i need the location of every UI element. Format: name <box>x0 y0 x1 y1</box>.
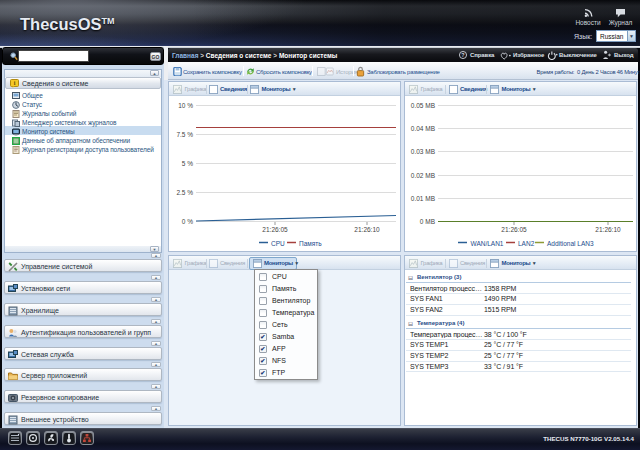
svg-text:10 %: 10 % <box>178 102 193 109</box>
svg-text:0.05 MB: 0.05 MB <box>411 102 435 109</box>
svg-text:0 MB: 0 MB <box>420 218 435 225</box>
svg-text:0.04 MB: 0.04 MB <box>411 125 435 132</box>
svg-text:7.5 %: 7.5 % <box>176 131 193 138</box>
svg-text:WAN/LAN1: WAN/LAN1 <box>471 240 504 247</box>
svg-text:Память: Память <box>299 240 322 247</box>
svg-text:2.5 %: 2.5 % <box>176 189 193 196</box>
svg-text:0.03 MB: 0.03 MB <box>411 148 435 155</box>
svg-text:21:26:05: 21:26:05 <box>501 226 527 233</box>
svg-text:5 %: 5 % <box>182 160 193 167</box>
svg-text:21:26:10: 21:26:10 <box>595 226 621 233</box>
svg-text:LAN2: LAN2 <box>518 240 535 247</box>
svg-text:CPU: CPU <box>271 240 285 247</box>
svg-text:0.01 MB: 0.01 MB <box>411 195 435 202</box>
svg-text:Additional LAN3: Additional LAN3 <box>547 240 594 247</box>
svg-text:21:26:05: 21:26:05 <box>262 226 288 233</box>
svg-text:?: ? <box>461 52 464 58</box>
svg-text:0 %: 0 % <box>182 218 193 225</box>
svg-text:21:26:10: 21:26:10 <box>354 226 380 233</box>
svg-text:0.02 MB: 0.02 MB <box>411 172 435 179</box>
